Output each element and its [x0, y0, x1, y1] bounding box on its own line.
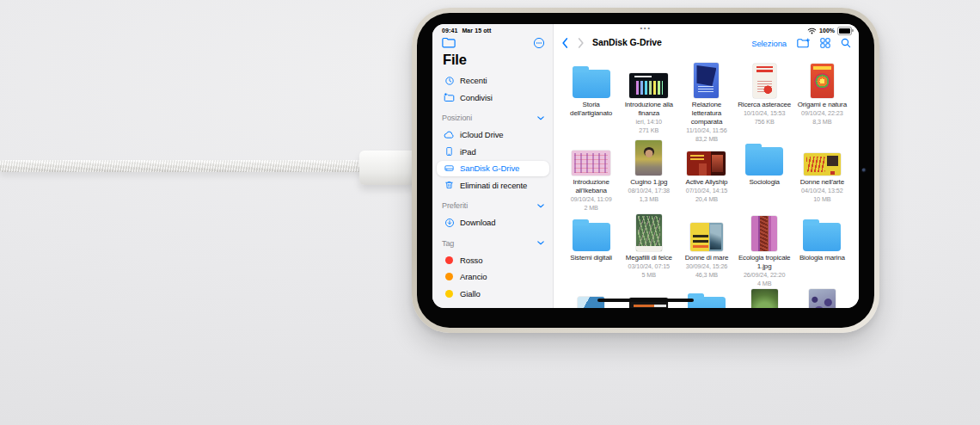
grid-view-icon[interactable] — [820, 38, 830, 48]
tag-color-icon — [442, 273, 456, 280]
file-item-donne-di-mare[interactable]: Donne di mare30/09/24, 15:2646,3 MB — [677, 213, 735, 288]
sidebar-item-ipad[interactable]: iPad — [432, 144, 553, 161]
file-item-megafilli-di-felce[interactable]: Megafilli di felce03/10/24, 07:155 MB — [620, 213, 677, 288]
file-name: Cugino 1.jpg — [630, 178, 667, 187]
sidebar-section-preferiti[interactable]: Preferiti — [432, 198, 553, 215]
chevron-down-icon[interactable] — [537, 116, 544, 120]
new-folder-icon[interactable] — [797, 38, 810, 48]
file-name: Origami e natura — [798, 101, 847, 109]
file-date: 30/09/24, 15:26 — [686, 262, 727, 271]
file-date: ieri, 14:10 — [636, 118, 662, 126]
file-item-origami-e-natura[interactable]: Origami e natura09/10/24, 22:238,3 MB — [793, 60, 851, 144]
sidebar-item-condivisi[interactable]: Condivisi — [432, 89, 553, 107]
file-grid-row: Sistemi digitaliMegafilli di felce03/10/… — [562, 213, 851, 288]
sidebar-item-rosso[interactable]: Rosso — [432, 252, 553, 269]
file-date: 04/10/24, 13:52 — [801, 187, 842, 195]
toolbar: SanDisk G-Drive Seleziona — [554, 35, 859, 51]
sidebar-section-posizioni[interactable]: Posizioni — [432, 110, 553, 127]
chevron-down-icon[interactable] — [537, 204, 544, 208]
tag-color-icon — [442, 256, 456, 264]
file-thumbnail — [572, 151, 610, 176]
file-item-sistemi-digitali[interactable]: Sistemi digitali — [562, 213, 620, 288]
sidebar-item-icloud-drive[interactable]: iCloud Drive — [432, 126, 553, 144]
ipad-bezel: 09:41 Mar 15 ott ••• 100% File — [417, 13, 874, 328]
sidebar-section-tag[interactable]: Tag — [432, 235, 553, 252]
file-thumbnail — [694, 63, 719, 98]
file-thumbnail — [804, 153, 841, 176]
sidebar-toggle-icon[interactable] — [442, 37, 456, 48]
chevron-down-icon[interactable] — [537, 241, 544, 245]
tag-dot — [445, 290, 453, 298]
sidebar-item-download[interactable]: Download — [432, 214, 553, 231]
file-item-partial[interactable] — [793, 289, 851, 308]
file-item-relazione-letteratura-comparata[interactable]: Relazione letteratura comparata11/10/24,… — [677, 60, 735, 144]
section-label: Tag — [442, 239, 454, 248]
toolbar-actions: Seleziona — [751, 35, 851, 51]
file-item-ecologia-tropicale-1-jpg[interactable]: Ecologia tropicale 1.jpg26/09/24, 22:204… — [736, 213, 793, 288]
file-size: 10 MB — [813, 195, 830, 204]
file-grid-row: Introduzione all'Ikebana09/10/24, 11:092… — [562, 138, 851, 212]
ipad-icon — [442, 146, 456, 157]
file-thumbnail — [811, 64, 834, 98]
file-name: Active Allyship — [686, 178, 728, 187]
file-date: 03/10/24, 07:15 — [628, 262, 670, 271]
file-item-partial[interactable] — [736, 289, 793, 308]
file-name: Donne nell'arte — [800, 178, 844, 187]
file-thumbnail — [687, 151, 726, 176]
battery-percent: 100% — [819, 28, 835, 34]
select-button[interactable]: Seleziona — [751, 39, 787, 48]
file-item-cugino-1-jpg[interactable]: Cugino 1.jpg08/10/24, 17:381,3 MB — [620, 138, 677, 212]
sidebar-item-label: iCloud Drive — [460, 130, 504, 139]
sidebar-app-title: File — [443, 52, 467, 68]
sidebar-item-eliminati-di-recente[interactable]: Eliminati di recente — [432, 177, 553, 194]
file-date: 10/10/24, 15:53 — [744, 109, 785, 118]
folder-icon — [745, 147, 783, 176]
file-item-biologia-marina[interactable]: Biologia marina — [793, 213, 851, 288]
folder-icon — [803, 223, 841, 251]
file-size: 1,3 MB — [640, 195, 658, 204]
sidebar-item-label: Rosso — [460, 256, 482, 265]
tag-color-icon — [442, 290, 456, 298]
front-camera — [861, 168, 867, 174]
battery-icon — [837, 27, 852, 35]
file-item-introduzione-alla-finanza[interactable]: Introduzione alla finanzaieri, 14:10271 … — [620, 60, 677, 144]
file-name: Donne di mare — [685, 254, 729, 262]
file-item-introduzione-all-ikebana[interactable]: Introduzione all'Ikebana09/10/24, 11:092… — [562, 138, 620, 212]
more-options-icon[interactable] — [533, 37, 545, 49]
file-thumbnail — [629, 73, 668, 98]
file-item-active-allyship[interactable]: Active Allyship07/10/24, 14:1520,4 MB — [677, 138, 735, 212]
file-grid-row: Storia dell'artigianatoIntroduzione alla… — [562, 60, 851, 144]
file-name: Introduzione alla finanza — [621, 101, 677, 118]
folder-icon — [573, 70, 610, 98]
usb-cable-connector — [359, 151, 414, 185]
back-chevron-icon[interactable] — [561, 38, 568, 48]
sidebar-item-arancio[interactable]: Arancio — [432, 268, 553, 286]
file-thumbnail — [690, 223, 723, 251]
forward-chevron-icon[interactable] — [578, 38, 585, 48]
file-thumbnail — [751, 216, 777, 251]
file-date: 09/10/24, 11:09 — [571, 195, 612, 204]
multitask-indicator[interactable]: ••• — [640, 24, 652, 32]
ipad-screen: 09:41 Mar 15 ott ••• 100% File — [432, 24, 859, 308]
file-date: 11/10/24, 11:56 — [686, 126, 726, 135]
section-label: Posizioni — [442, 114, 472, 122]
file-item-sociologia[interactable]: Sociologia — [736, 138, 793, 212]
file-date: 09/10/24, 22:23 — [801, 109, 842, 118]
file-size: 271 KB — [639, 126, 658, 135]
sidebar-list: RecentiCondivisiPosizioniiCloud DriveiPa… — [432, 72, 553, 302]
sidebar-item-label: Arancio — [460, 272, 487, 281]
sidebar-item-recenti[interactable]: Recenti — [432, 72, 553, 89]
tag-dot — [445, 273, 453, 280]
clock-icon — [442, 76, 456, 86]
file-item-donne-nell-arte[interactable]: Donne nell'arte04/10/24, 13:5210 MB — [793, 138, 851, 212]
home-indicator[interactable] — [597, 299, 694, 302]
file-size: 46,3 MB — [695, 271, 718, 280]
file-item-storia-dell-artigianato[interactable]: Storia dell'artigianato — [562, 60, 620, 144]
folder-icon — [573, 223, 610, 251]
sidebar-item-label: Condivisi — [460, 93, 493, 102]
sidebar-item-sandisk-g-drive[interactable]: SanDisk G-Drive — [432, 160, 553, 177]
search-icon[interactable] — [841, 38, 851, 48]
sidebar-item-giallo[interactable]: Giallo — [432, 286, 553, 303]
sidebar-item-label: Download — [460, 218, 495, 227]
file-item-ricerca-asteracee[interactable]: Ricerca asteracee10/10/24, 15:53756 KB — [736, 60, 793, 144]
